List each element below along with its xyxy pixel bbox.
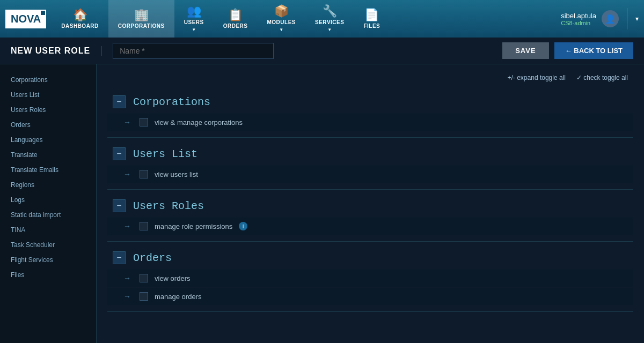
page-title: NEW USER ROLE bbox=[11, 46, 102, 56]
collapse-btn-users-roles[interactable]: − bbox=[113, 199, 126, 212]
section-users-list: −Users Listview users list bbox=[107, 142, 633, 190]
nav-corporations[interactable]: 🏢 CORPORATIONS bbox=[108, 0, 174, 38]
files-icon: 📄 bbox=[364, 9, 379, 21]
collapse-btn-users-list[interactable]: − bbox=[113, 147, 126, 160]
nav-users[interactable]: 👥 USERS ▼ bbox=[174, 0, 214, 38]
section-rows-corporations: view & manage corporations bbox=[107, 114, 633, 137]
header-bar: NEW USER ROLE SAVE ← BACK TO LIST bbox=[0, 38, 644, 64]
perm-label-manage-orders: manage orders bbox=[155, 293, 201, 301]
sidebar-item-logs[interactable]: Logs bbox=[0, 192, 96, 207]
main-layout: CorporationsUsers ListUsers RolesOrdersL… bbox=[0, 64, 644, 343]
section-rows-users-list: view users list bbox=[107, 166, 633, 189]
perm-checkbox-view-manage-corps[interactable] bbox=[140, 118, 148, 126]
collapse-btn-corporations[interactable]: − bbox=[113, 95, 126, 108]
section-title-orders: Orders bbox=[133, 252, 172, 264]
username: sibel.aptula bbox=[561, 12, 596, 20]
orders-icon: 📋 bbox=[228, 9, 243, 21]
sidebar-item-tina[interactable]: TINA bbox=[0, 222, 96, 237]
back-to-list-button[interactable]: ← BACK TO LIST bbox=[554, 42, 633, 59]
section-title-users-list: Users List bbox=[133, 148, 197, 160]
nav-items: 🏠 DASHBOARD 🏢 CORPORATIONS 👥 USERS ▼ 📋 O… bbox=[52, 0, 561, 38]
sidebar-item-users-roles[interactable]: Users Roles bbox=[0, 102, 96, 117]
perm-row-view-users-list: view users list bbox=[107, 166, 633, 183]
nav-divider bbox=[627, 8, 627, 29]
sidebar-item-languages[interactable]: Languages bbox=[0, 132, 96, 147]
content: +/- expand toggle all ✓ check toggle all… bbox=[97, 64, 644, 343]
nav-orders[interactable]: 📋 ORDERS bbox=[214, 0, 258, 38]
check-toggle-all-button[interactable]: ✓ check toggle all bbox=[576, 74, 628, 81]
sidebar-item-flight-services[interactable]: Flight Services bbox=[0, 252, 96, 267]
dashboard-icon: 🏠 bbox=[73, 9, 87, 21]
section-corporations: −Corporationsview & manage corporations bbox=[107, 90, 633, 138]
sidebar-item-users-list[interactable]: Users List bbox=[0, 87, 96, 102]
sections-container: −Corporationsview & manage corporations−… bbox=[107, 90, 633, 312]
user-role: CS8-admin bbox=[561, 20, 596, 26]
users-dropdown-arrow: ▼ bbox=[192, 27, 196, 32]
sidebar-item-corporations[interactable]: Corporations bbox=[0, 72, 96, 87]
section-header-users-list: −Users List bbox=[107, 142, 633, 166]
sidebar-item-static-data-import[interactable]: Static data import bbox=[0, 207, 96, 222]
name-input[interactable] bbox=[113, 43, 274, 59]
nav-caret[interactable]: ▾ bbox=[635, 15, 639, 23]
perm-checkbox-manage-orders[interactable] bbox=[140, 292, 148, 301]
section-title-corporations: Corporations bbox=[133, 96, 210, 108]
users-icon: 👥 bbox=[187, 5, 201, 17]
perm-checkbox-view-users-list[interactable] bbox=[140, 170, 148, 178]
perm-label-view-manage-corps: view & manage corporations bbox=[155, 118, 243, 126]
top-nav: NOVA 🏠 DASHBOARD 🏢 CORPORATIONS 👥 USERS … bbox=[0, 0, 644, 38]
sidebar-item-translate-emails[interactable]: Translate Emails bbox=[0, 162, 96, 177]
toggle-bar: +/- expand toggle all ✓ check toggle all bbox=[107, 70, 633, 86]
sidebar-item-regions[interactable]: Regions bbox=[0, 177, 96, 192]
section-title-users-roles: Users Roles bbox=[133, 200, 204, 212]
header-actions: SAVE ← BACK TO LIST bbox=[502, 42, 633, 59]
services-icon: 🔧 bbox=[323, 5, 337, 17]
logo-text: NOVA bbox=[11, 13, 41, 25]
corporations-icon: 🏢 bbox=[134, 9, 149, 21]
logo[interactable]: NOVA bbox=[5, 10, 46, 28]
perm-row-view-orders: view orders bbox=[107, 270, 633, 287]
sidebar-item-translate[interactable]: Translate bbox=[0, 147, 96, 162]
sidebar: CorporationsUsers ListUsers RolesOrdersL… bbox=[0, 64, 97, 343]
save-button[interactable]: SAVE bbox=[502, 42, 548, 59]
perm-row-manage-role-perms: manage role permissionsi bbox=[107, 218, 633, 235]
section-users-roles: −Users Rolesmanage role permissionsi bbox=[107, 194, 633, 242]
perm-label-view-users-list: view users list bbox=[155, 170, 198, 178]
perm-checkbox-manage-role-perms[interactable] bbox=[140, 222, 148, 230]
perm-label-view-orders: view orders bbox=[155, 274, 190, 282]
section-header-orders: −Orders bbox=[107, 246, 633, 270]
expand-toggle-all-button[interactable]: +/- expand toggle all bbox=[508, 74, 566, 81]
nav-files[interactable]: 📄 FILES bbox=[354, 0, 390, 38]
modules-icon: 📦 bbox=[274, 5, 289, 17]
collapse-btn-orders[interactable]: − bbox=[113, 251, 126, 264]
section-header-users-roles: −Users Roles bbox=[107, 194, 633, 218]
perm-checkbox-view-orders[interactable] bbox=[140, 274, 148, 282]
info-icon-manage-role-perms[interactable]: i bbox=[239, 222, 247, 230]
logo-mark bbox=[41, 11, 45, 15]
avatar[interactable]: 👤 bbox=[602, 10, 619, 27]
section-header-corporations: −Corporations bbox=[107, 90, 633, 114]
sidebar-item-orders[interactable]: Orders bbox=[0, 117, 96, 132]
user-info: sibel.aptula CS8-admin bbox=[561, 12, 596, 26]
nav-dashboard[interactable]: 🏠 DASHBOARD bbox=[52, 0, 108, 38]
sidebar-item-files[interactable]: Files bbox=[0, 267, 96, 282]
nav-modules[interactable]: 📦 MODULES ▼ bbox=[258, 0, 306, 38]
sidebar-item-task-scheduler[interactable]: Task Scheduler bbox=[0, 237, 96, 252]
section-rows-users-roles: manage role permissionsi bbox=[107, 218, 633, 241]
nav-services[interactable]: 🔧 SERVICES ▼ bbox=[305, 0, 354, 38]
section-orders: −Ordersview ordersmanage orders bbox=[107, 246, 633, 312]
perm-row-manage-orders: manage orders bbox=[107, 288, 633, 305]
perm-label-manage-role-perms: manage role permissions bbox=[155, 222, 232, 230]
perm-row-view-manage-corps: view & manage corporations bbox=[107, 114, 633, 131]
nav-right: sibel.aptula CS8-admin 👤 ▾ bbox=[561, 8, 639, 29]
modules-dropdown-arrow: ▼ bbox=[279, 27, 283, 32]
services-dropdown-arrow: ▼ bbox=[327, 27, 332, 32]
section-rows-orders: view ordersmanage orders bbox=[107, 270, 633, 311]
